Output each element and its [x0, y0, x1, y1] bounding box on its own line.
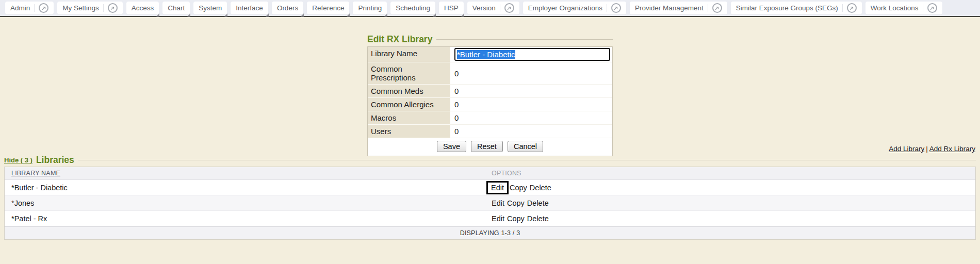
external-link-icon[interactable]: [504, 3, 514, 13]
hide-link[interactable]: Hide ( 3 ): [4, 156, 32, 164]
tab-similar-exposure-groups[interactable]: Similar Exposure Groups (SEGs): [731, 2, 862, 14]
copy-link[interactable]: Copy: [510, 184, 527, 192]
submenu-indicator-icon: [461, 13, 464, 16]
options-cell: EditCopyDelete: [485, 181, 975, 194]
library-name-cell: *Patel - Rx: [5, 214, 485, 223]
tab-admin[interactable]: Admin: [5, 2, 54, 14]
divider: [34, 4, 35, 12]
field-value: 0: [450, 98, 612, 111]
tab-label: Printing: [358, 4, 382, 12]
tab-employer-organizations[interactable]: Employer Organizations: [523, 2, 626, 14]
save-button[interactable]: Save: [437, 141, 466, 152]
table-row: *Patel - Rx EditCopyDelete: [5, 211, 975, 226]
delete-link[interactable]: Delete: [530, 184, 551, 192]
divider: [607, 4, 607, 12]
form-box: Library Name *Butler - Diabetic Common P…: [367, 46, 613, 156]
field-label: Common Prescriptions: [368, 62, 450, 85]
tab-label: Chart: [168, 4, 185, 12]
add-rx-library-link[interactable]: Add Rx Library: [929, 145, 975, 153]
options-cell: EditCopyDelete: [485, 214, 975, 223]
external-link-icon[interactable]: [712, 3, 722, 13]
edit-link[interactable]: Edit: [492, 199, 504, 207]
external-link-icon[interactable]: [108, 3, 118, 13]
tab-access[interactable]: Access: [126, 2, 159, 14]
edit-link[interactable]: Edit: [491, 184, 504, 192]
selected-input-text: *Butler - Diabetic: [457, 50, 515, 59]
cancel-button[interactable]: Cancel: [508, 141, 543, 152]
submenu-indicator-icon: [433, 13, 436, 16]
tab-hsp[interactable]: HSP: [439, 2, 464, 14]
column-header-library-name: LIBRARY NAME: [5, 170, 485, 177]
tab-orders[interactable]: Orders: [272, 2, 303, 14]
tab-label: Orders: [277, 4, 298, 12]
form-row-users: Users 0: [368, 125, 612, 138]
tab-label: System: [199, 4, 222, 12]
form-title: Edit RX Library: [367, 34, 432, 45]
delete-link[interactable]: Delete: [527, 199, 549, 207]
legend-rule: [78, 160, 976, 160]
submenu-indicator-icon: [224, 13, 227, 16]
form-row-common-allergies: Common Allergies 0: [368, 98, 612, 111]
tab-label: Version: [472, 4, 496, 12]
delete-link[interactable]: Delete: [527, 214, 549, 223]
field-label: Library Name: [368, 47, 450, 62]
field-label: Common Meds: [368, 85, 450, 98]
tab-label: HSP: [444, 4, 459, 12]
field-label: Macros: [368, 111, 450, 125]
library-name-input[interactable]: *Butler - Diabetic: [454, 48, 610, 61]
add-library-link[interactable]: Add Library: [889, 145, 924, 153]
divider: [842, 4, 843, 12]
tab-label: Work Locations: [871, 4, 919, 12]
table-pagination-footer: DISPLAYING 1-3 / 3: [5, 226, 975, 239]
tab-reference[interactable]: Reference: [307, 2, 349, 14]
copy-link[interactable]: Copy: [507, 214, 525, 223]
external-link-icon[interactable]: [611, 3, 621, 13]
table-header-row: LIBRARY NAME OPTIONS: [5, 167, 975, 180]
tab-work-locations[interactable]: Work Locations: [865, 2, 942, 14]
submenu-indicator-icon: [266, 13, 269, 16]
tab-label: Employer Organizations: [528, 4, 602, 12]
tab-scheduling[interactable]: Scheduling: [390, 2, 435, 14]
column-header-options: OPTIONS: [485, 170, 975, 177]
link-separator: |: [926, 145, 928, 153]
submenu-indicator-icon: [187, 13, 190, 16]
add-links: Add Library|Add Rx Library: [889, 145, 975, 153]
form-row-macros: Macros 0: [368, 111, 612, 125]
divider: [708, 4, 708, 12]
external-link-icon[interactable]: [39, 3, 48, 13]
field-value: 0: [450, 125, 612, 138]
divider: [500, 4, 500, 12]
form-row-common-prescriptions: Common Prescriptions 0: [368, 62, 612, 85]
tab-printing[interactable]: Printing: [353, 2, 387, 14]
field-label: Users: [368, 125, 450, 138]
focus-ring: Edit: [486, 181, 509, 194]
field-value: *Butler - Diabetic: [450, 47, 612, 62]
submenu-indicator-icon: [384, 13, 387, 16]
tab-system[interactable]: System: [193, 2, 227, 14]
library-name-cell: *Butler - Diabetic: [5, 184, 485, 192]
field-value: 0: [450, 111, 612, 125]
tab-label: Access: [132, 4, 154, 12]
divider: [923, 4, 923, 12]
form-buttons: Save Reset Cancel: [368, 138, 612, 156]
tab-label: Interface: [236, 4, 263, 12]
tab-interface[interactable]: Interface: [231, 2, 268, 14]
tab-provider-management[interactable]: Provider Management: [630, 2, 727, 14]
edit-link[interactable]: Edit: [492, 214, 504, 223]
tab-my-settings[interactable]: My Settings: [57, 2, 123, 14]
form-legend: Edit RX Library: [367, 34, 613, 45]
copy-link[interactable]: Copy: [507, 199, 525, 207]
tab-label: Provider Management: [635, 4, 704, 12]
tab-label: Admin: [10, 4, 30, 12]
external-link-icon[interactable]: [847, 3, 857, 13]
library-name-cell: *Jones: [5, 199, 485, 207]
field-value: 0: [450, 85, 612, 98]
field-label: Common Allergies: [368, 98, 450, 111]
reset-button[interactable]: Reset: [471, 141, 503, 152]
tab-version[interactable]: Version: [467, 2, 519, 14]
tab-chart[interactable]: Chart: [162, 2, 190, 14]
library-name-sort-link[interactable]: LIBRARY NAME: [11, 170, 60, 177]
external-link-icon[interactable]: [927, 3, 937, 13]
tab-label: Scheduling: [396, 4, 430, 12]
libraries-table: LIBRARY NAME OPTIONS *Butler - Diabetic …: [4, 167, 976, 240]
